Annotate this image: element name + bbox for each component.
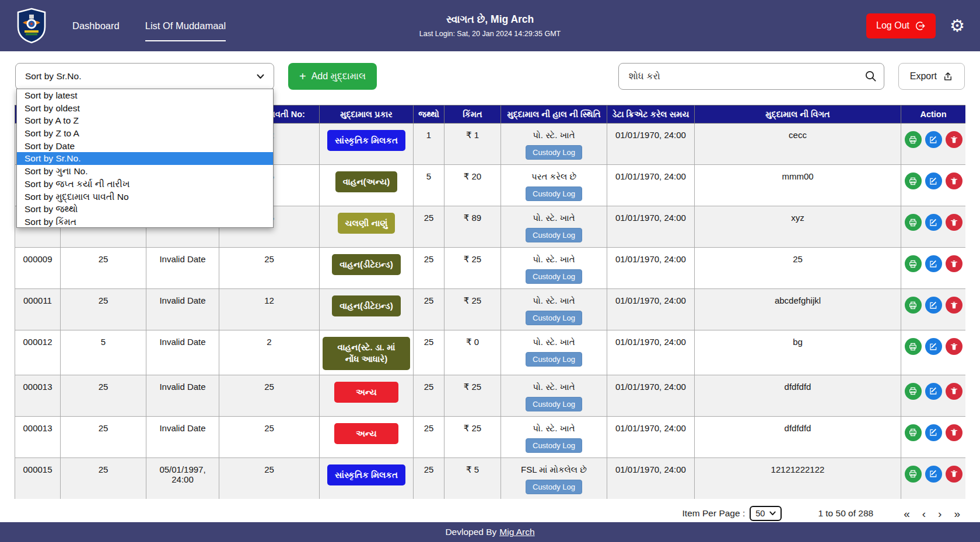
type-badge: વાહન(ડીટેઇન્ડ)	[332, 254, 401, 275]
table-row: 0000125Invalid Date2વાહન(સ્ટે. ડા. માં ન…	[15, 330, 966, 375]
status-text: પો. સ્ટે. ખાતે	[503, 213, 604, 223]
custody-log-button[interactable]: Custody Log	[526, 269, 582, 284]
custody-log-button[interactable]: Custody Log	[526, 145, 582, 160]
last-page-button[interactable]: »	[954, 508, 960, 519]
print-button[interactable]	[905, 383, 922, 400]
column-header: જથ્થો	[414, 105, 444, 124]
cell-guna-no: 25	[61, 289, 146, 330]
column-header: ડેટા ક્રિએટ કરેલ સમય	[607, 105, 695, 124]
cell-status: FSL માં મોકલેલ છેCustody Log	[501, 457, 607, 499]
edit-button[interactable]	[925, 173, 942, 189]
custody-log-button[interactable]: Custody Log	[526, 352, 582, 367]
delete-button[interactable]	[946, 383, 963, 400]
sort-select[interactable]: Sort by Sr.No.	[15, 63, 274, 90]
print-button[interactable]	[905, 131, 922, 148]
edit-button[interactable]	[925, 466, 942, 483]
edit-button[interactable]	[925, 297, 942, 314]
export-button[interactable]: Export	[898, 63, 965, 90]
edit-button[interactable]	[925, 383, 942, 400]
items-per-page-select[interactable]: 50	[750, 506, 782, 521]
delete-button[interactable]	[946, 255, 963, 272]
cell-status: પો. સ્ટે. ખાતેCustody Log	[501, 206, 607, 248]
sort-option[interactable]: Sort by Date	[17, 140, 273, 153]
custody-log-button[interactable]: Custody Log	[526, 228, 582, 242]
edit-button[interactable]	[925, 338, 942, 355]
delete-icon	[950, 301, 958, 310]
cell-pavti-no: 25	[219, 248, 320, 289]
cell-detail: bg	[695, 330, 901, 375]
type-badge: અન્ય	[334, 382, 398, 403]
print-button[interactable]	[905, 338, 922, 355]
nav-link-dashboard[interactable]: Dashboard	[72, 20, 120, 31]
next-page-button[interactable]: ›	[938, 508, 942, 519]
sort-option[interactable]: Sort by મુદ્દામાલ પાવતી No	[17, 191, 273, 203]
print-button[interactable]	[905, 214, 922, 231]
print-icon	[908, 177, 918, 186]
sort-option[interactable]: Sort by Z to A	[17, 127, 273, 140]
search-icon[interactable]	[864, 70, 877, 82]
cell-detail: 12121222122	[695, 457, 901, 499]
delete-button[interactable]	[946, 466, 963, 483]
print-button[interactable]	[905, 255, 922, 272]
cell-status: પો. સ્ટે. ખાતેCustody Log	[501, 416, 607, 457]
print-button[interactable]	[905, 173, 922, 189]
print-button[interactable]	[905, 466, 922, 483]
print-button[interactable]	[905, 424, 922, 441]
custody-log-button[interactable]: Custody Log	[526, 311, 582, 325]
cell-actions	[901, 416, 966, 457]
custody-log-button[interactable]: Custody Log	[526, 480, 582, 494]
custody-log-button[interactable]: Custody Log	[526, 186, 582, 201]
cell-price: ₹ 5	[444, 457, 501, 499]
delete-button[interactable]	[946, 297, 963, 314]
edit-button[interactable]	[925, 255, 942, 272]
cell-qty: 25	[414, 457, 444, 499]
sort-option[interactable]: Sort by oldest	[17, 102, 273, 115]
cell-created-time: 01/01/1970, 24:00	[607, 375, 695, 416]
footer: Devloped By Mig Arch	[0, 522, 980, 542]
sort-option[interactable]: Sort by કિંમત	[17, 216, 273, 228]
sort-option[interactable]: Sort by જપ્ત કર્યા ની તારીખ	[17, 178, 273, 191]
type-badge: વાહન(અન્ય)	[335, 171, 397, 192]
cell-detail: mmm00	[695, 165, 901, 206]
delete-button[interactable]	[946, 338, 963, 355]
cell-type: વાહન(સ્ટે. ડા. માં નોંધ આધારે)	[320, 330, 414, 375]
cell-type: સાંસ્કૃતિક મિલકત	[320, 457, 414, 499]
logout-button[interactable]: Log Out	[866, 13, 936, 38]
search-box	[618, 63, 884, 90]
sort-option[interactable]: Sort by Sr.No.	[17, 152, 273, 165]
nav-link-list-of-muddamaal[interactable]: List Of Muddamaal	[145, 20, 226, 31]
sort-option[interactable]: Sort by A to Z	[17, 114, 273, 127]
last-login-text: Last Login: Sat, 20 Jan 2024 14:29:35 GM…	[419, 30, 561, 38]
first-page-button[interactable]: «	[904, 508, 910, 519]
prev-page-button[interactable]: ‹	[922, 508, 926, 519]
edit-button[interactable]	[925, 424, 942, 441]
delete-icon	[950, 135, 958, 145]
navbar: DashboardList Of Muddamaal સ્વાગત છે, Mi…	[0, 0, 980, 51]
column-header: મુદ્દામાલ પ્રકાર	[320, 105, 414, 124]
police-logo-icon	[15, 8, 48, 44]
cell-price: ₹ 25	[444, 289, 501, 330]
sort-option[interactable]: Sort by latest	[17, 89, 273, 102]
footer-link[interactable]: Mig Arch	[499, 527, 534, 537]
search-input[interactable]	[618, 63, 884, 90]
print-button[interactable]	[905, 297, 922, 314]
custody-log-button[interactable]: Custody Log	[526, 438, 582, 453]
sort-option[interactable]: Sort by ગુના No.	[17, 165, 273, 178]
export-icon	[943, 71, 953, 82]
status-text: પો. સ્ટે. ખાતે	[503, 295, 604, 306]
settings-gear-icon[interactable]: ⚙	[950, 17, 965, 34]
delete-button[interactable]	[946, 424, 963, 441]
delete-button[interactable]	[946, 214, 963, 231]
edit-button[interactable]	[925, 214, 942, 231]
custody-log-button[interactable]: Custody Log	[526, 397, 582, 411]
add-muddamaal-button[interactable]: + Add મુદ્દામાલ	[288, 63, 377, 90]
sort-option[interactable]: Sort by જથ્થો	[17, 203, 273, 216]
edit-icon	[929, 259, 938, 269]
cell-actions	[901, 124, 966, 165]
delete-button[interactable]	[946, 131, 963, 148]
edit-button[interactable]	[925, 131, 942, 148]
cell-detail: cecc	[695, 124, 901, 165]
cell-type: અન્ય	[320, 416, 414, 457]
delete-button[interactable]	[946, 173, 963, 189]
plus-icon: +	[299, 71, 306, 82]
